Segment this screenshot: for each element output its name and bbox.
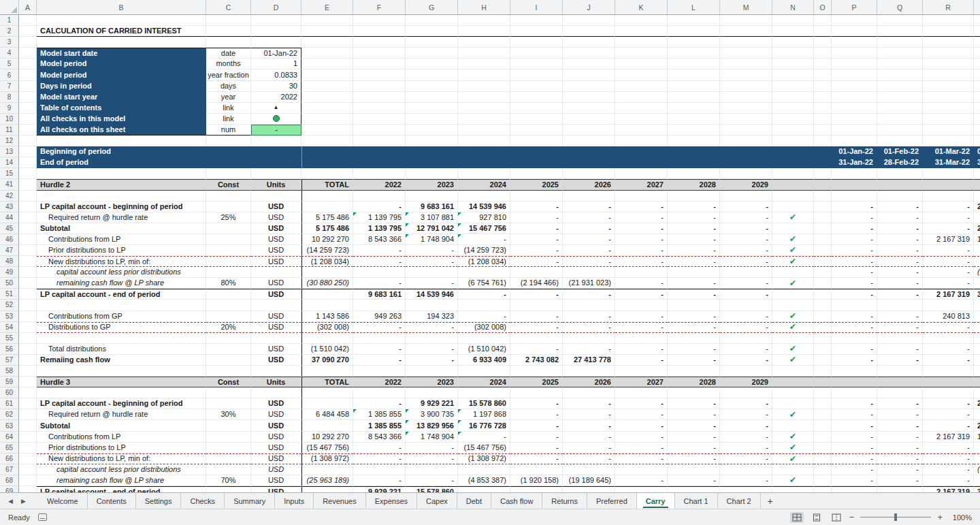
cell-K41[interactable]: 2027	[615, 179, 668, 190]
cell-I69[interactable]: -	[510, 486, 563, 492]
cell-E7[interactable]	[301, 81, 353, 92]
cell-I6[interactable]	[510, 69, 563, 80]
cell-M2[interactable]	[720, 26, 772, 37]
cell-S62[interactable]	[974, 409, 980, 420]
cell-L48[interactable]: -	[668, 256, 720, 267]
cell-L12[interactable]	[668, 136, 720, 146]
cell-D3[interactable]	[251, 37, 301, 48]
cell-G66[interactable]: -	[406, 454, 458, 464]
cell-A6[interactable]	[19, 69, 37, 80]
cell-Q8[interactable]	[877, 92, 923, 103]
cell-D46[interactable]: USD	[251, 234, 301, 245]
cell-H54[interactable]: (302 008)	[458, 322, 510, 333]
cell-O61[interactable]	[814, 398, 832, 409]
cell-N47[interactable]: ✔	[772, 245, 814, 256]
cell-G63[interactable]: 13 829 956	[406, 420, 458, 431]
cell-M8[interactable]	[720, 92, 772, 103]
cell-A7[interactable]	[19, 81, 37, 92]
cell-B51[interactable]: LP capital account - end of period	[37, 289, 206, 300]
cell-R12[interactable]	[923, 136, 974, 146]
cell-C66[interactable]	[206, 454, 251, 464]
cell-K65[interactable]: -	[615, 443, 668, 454]
cell-L7[interactable]	[668, 81, 720, 92]
cell-O47[interactable]	[814, 245, 832, 256]
cell-P41[interactable]	[832, 179, 877, 190]
cell-R59[interactable]	[923, 377, 974, 387]
cell-K68[interactable]: -	[615, 475, 668, 486]
cell-E15[interactable]	[301, 168, 353, 179]
cell-O12[interactable]	[814, 136, 832, 146]
cell-H42[interactable]	[458, 191, 510, 202]
cell-D55[interactable]	[251, 333, 301, 344]
cell-F59[interactable]: 2022	[353, 377, 406, 387]
cell-Q48[interactable]: -	[877, 256, 923, 267]
cell-A50[interactable]	[19, 278, 37, 289]
cell-J56[interactable]: -	[563, 344, 615, 355]
row-header-57[interactable]: 57	[0, 355, 19, 366]
cell-I9[interactable]	[510, 103, 563, 114]
cell-I1[interactable]	[510, 15, 563, 26]
cell-I56[interactable]: -	[510, 344, 563, 355]
cell-F67[interactable]	[353, 464, 406, 475]
cell-B13[interactable]: Beginning of period	[37, 146, 206, 157]
cell-I58[interactable]	[510, 366, 563, 377]
cell-F46[interactable]: 8 543 366	[353, 234, 406, 245]
cell-Q15[interactable]	[877, 168, 923, 179]
cell-N10[interactable]	[772, 114, 814, 125]
column-header-P[interactable]: P	[832, 0, 877, 14]
cell-I64[interactable]: -	[510, 432, 563, 443]
row-header-15[interactable]: 15	[0, 168, 19, 179]
cell-R7[interactable]	[923, 81, 974, 92]
cell-E47[interactable]: (14 259 723)	[301, 245, 353, 256]
cell-F64[interactable]: 8 543 366	[353, 432, 406, 443]
cell-E4[interactable]	[301, 48, 353, 59]
cell-M4[interactable]	[720, 48, 772, 59]
cell-F9[interactable]	[353, 103, 406, 114]
cell-D58[interactable]	[251, 366, 301, 377]
cell-P64[interactable]: -	[832, 432, 877, 443]
cell-P46[interactable]: -	[832, 234, 877, 245]
cell-L45[interactable]: -	[668, 223, 720, 234]
cell-P7[interactable]	[832, 81, 877, 92]
cell-N6[interactable]	[772, 69, 814, 80]
cell-S69[interactable]: 3	[974, 486, 980, 492]
cell-E66[interactable]: (1 308 972)	[301, 454, 353, 464]
cell-P63[interactable]: -	[832, 420, 877, 431]
cell-K13[interactable]	[615, 146, 668, 157]
cell-N13[interactable]	[772, 146, 814, 157]
cell-C8[interactable]: year	[206, 92, 251, 103]
cell-N12[interactable]	[772, 136, 814, 146]
cell-R41[interactable]	[923, 179, 974, 190]
sheet-nav-left-icon[interactable]: ◀	[8, 498, 13, 505]
cell-N2[interactable]	[772, 26, 814, 37]
cell-N56[interactable]: ✔	[772, 344, 814, 355]
cell-S68[interactable]	[974, 475, 980, 486]
cell-M13[interactable]	[720, 146, 772, 157]
cell-F61[interactable]: -	[353, 398, 406, 409]
cell-M11[interactable]	[720, 125, 772, 136]
cell-O56[interactable]	[814, 344, 832, 355]
cell-J3[interactable]	[563, 37, 615, 48]
cell-M63[interactable]: -	[720, 420, 772, 431]
cell-K1[interactable]	[615, 15, 668, 26]
cell-O43[interactable]	[814, 202, 832, 212]
cell-M53[interactable]: -	[720, 311, 772, 322]
cell-B8[interactable]: Model start year	[37, 92, 206, 103]
cell-R11[interactable]	[923, 125, 974, 136]
cell-K52[interactable]	[615, 300, 668, 311]
cell-F50[interactable]: -	[353, 278, 406, 289]
cell-A58[interactable]	[19, 366, 37, 377]
cell-C48[interactable]	[206, 256, 251, 267]
cell-H60[interactable]	[458, 387, 510, 398]
cell-D48[interactable]: USD	[251, 256, 301, 267]
cell-L57[interactable]: -	[668, 355, 720, 366]
cell-R43[interactable]: -	[923, 202, 974, 212]
cell-H69[interactable]: -	[458, 486, 510, 492]
cell-G12[interactable]	[406, 136, 458, 146]
cell-S42[interactable]	[974, 191, 980, 202]
cell-K58[interactable]	[615, 366, 668, 377]
cell-J58[interactable]	[563, 366, 615, 377]
cell-O51[interactable]	[814, 289, 832, 300]
cell-D1[interactable]	[251, 15, 301, 26]
cell-F8[interactable]	[353, 92, 406, 103]
